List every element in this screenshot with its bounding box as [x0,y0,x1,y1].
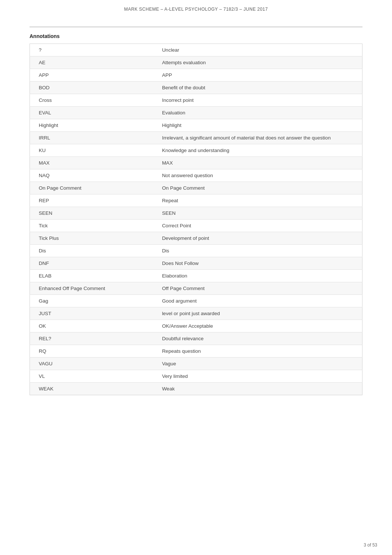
annotation-description: Off Page Comment [156,282,362,295]
table-row: GagGood argument [30,295,362,307]
annotation-code: BOD [30,82,156,94]
annotation-description: Repeat [156,194,362,207]
annotation-description: Benefit of the doubt [156,82,362,94]
page-footer: 3 of 53 [364,542,377,548]
annotation-code: Enhanced Off Page Comment [30,282,156,295]
annotation-code: VAGU [30,358,156,370]
table-row: VAGUVague [30,358,362,370]
annotation-description: Highlight [156,119,362,132]
annotation-code: EVAL [30,107,156,119]
table-row: AEAttempts evaluation [30,56,362,69]
annotation-description: Doubtful relevance [156,332,362,345]
table-row: IRRLIrrelevant, a significant amount of … [30,132,362,144]
annotation-description: SEEN [156,207,362,220]
table-row: KUKnowledge and understanding [30,144,362,157]
section-title: Annotations [30,33,362,39]
annotation-description: Unclear [156,44,362,56]
header-title: MARK SCHEME – A-LEVEL PSYCHOLOGY – 7182/… [124,7,268,12]
table-row: APPAPP [30,69,362,82]
table-row: CrossIncorrect point [30,94,362,107]
annotation-code: REL? [30,332,156,345]
annotation-code: Dis [30,245,156,257]
table-row: On Page CommentOn Page Comment [30,182,362,194]
table-row: DisDis [30,245,362,257]
annotation-description: Weak [156,383,362,395]
annotation-description: Repeats question [156,345,362,358]
annotation-code: APP [30,69,156,82]
annotation-code: ? [30,44,156,56]
annotation-description: OK/Answer Acceptable [156,320,362,332]
table-row: TickCorrect Point [30,220,362,232]
annotation-code: REP [30,194,156,207]
table-row: HighlightHighlight [30,119,362,132]
annotation-description: Good argument [156,295,362,307]
table-row: ELABElaboration [30,270,362,282]
annotation-description: Not answered question [156,169,362,182]
annotation-description: Knowledge and understanding [156,144,362,157]
annotation-description: Very limited [156,370,362,383]
annotation-code: NAQ [30,169,156,182]
table-row: DNFDoes Not Follow [30,257,362,270]
annotation-code: IRRL [30,132,156,144]
table-row: EVALEvaluation [30,107,362,119]
table-row: RQRepeats question [30,345,362,358]
annotation-description: MAX [156,157,362,169]
table-row: NAQNot answered question [30,169,362,182]
annotation-code: RQ [30,345,156,358]
annotation-code: Gag [30,295,156,307]
table-row: ?Unclear [30,44,362,56]
annotation-description: Vague [156,358,362,370]
annotation-code: Cross [30,94,156,107]
annotation-code: On Page Comment [30,182,156,194]
annotation-code: WEAK [30,383,156,395]
table-row: OKOK/Answer Acceptable [30,320,362,332]
table-row: BODBenefit of the doubt [30,82,362,94]
annotation-code: Tick Plus [30,232,156,245]
main-content: Annotations ?UnclearAEAttempts evaluatio… [0,15,392,417]
annotations-table: ?UnclearAEAttempts evaluationAPPAPPBODBe… [30,44,362,395]
page-header: MARK SCHEME – A-LEVEL PSYCHOLOGY – 7182/… [0,0,392,15]
table-row: MAXMAX [30,157,362,169]
annotation-description: Incorrect point [156,94,362,107]
annotation-code: SEEN [30,207,156,220]
annotation-code: Tick [30,220,156,232]
annotation-code: OK [30,320,156,332]
annotation-description: On Page Comment [156,182,362,194]
annotation-code: MAX [30,157,156,169]
table-row: VLVery limited [30,370,362,383]
page-number: 3 of 53 [364,542,377,548]
annotation-description: Dis [156,245,362,257]
table-row: SEENSEEN [30,207,362,220]
annotation-description: Evaluation [156,107,362,119]
annotation-code: KU [30,144,156,157]
annotation-code: ELAB [30,270,156,282]
annotation-description: Irrelevant, a significant amount of mate… [156,132,362,144]
annotation-code: VL [30,370,156,383]
annotation-description: Does Not Follow [156,257,362,270]
annotation-description: level or point just awarded [156,307,362,320]
annotation-code: DNF [30,257,156,270]
table-row: REL?Doubtful relevance [30,332,362,345]
annotation-code: Highlight [30,119,156,132]
annotation-description: Elaboration [156,270,362,282]
annotation-description: Attempts evaluation [156,56,362,69]
annotation-code: JUST [30,307,156,320]
annotation-description: Correct Point [156,220,362,232]
annotation-description: Development of point [156,232,362,245]
annotation-description: APP [156,69,362,82]
section-divider [30,27,362,27]
annotation-code: AE [30,56,156,69]
table-row: WEAKWeak [30,383,362,395]
table-row: REPRepeat [30,194,362,207]
table-row: Enhanced Off Page CommentOff Page Commen… [30,282,362,295]
table-row: Tick PlusDevelopment of point [30,232,362,245]
table-row: JUSTlevel or point just awarded [30,307,362,320]
